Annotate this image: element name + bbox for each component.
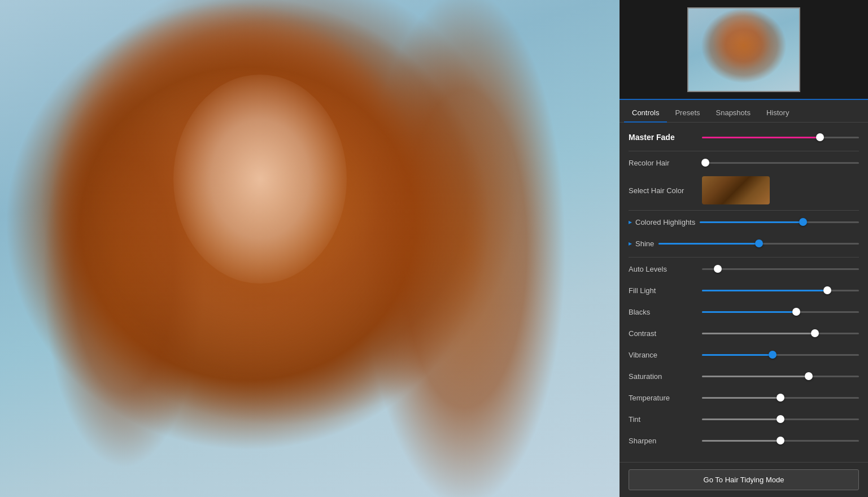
tab-presets[interactable]: Presets [667, 104, 708, 123]
recolor-hair-label: Recolor Hair [629, 159, 702, 167]
shine-chevron: ▸ [629, 239, 632, 247]
tab-controls[interactable]: Controls [624, 104, 667, 123]
tab-history[interactable]: History [758, 104, 797, 123]
tabs-bar: Controls Presets Snapshots History [620, 99, 868, 123]
select-hair-color-label: Select Hair Color [629, 186, 702, 195]
colored-highlights-chevron: ▸ [629, 218, 632, 226]
sharpen-row: Sharpen [629, 433, 859, 448]
recolor-hair-slider[interactable] [702, 162, 859, 164]
shine-section[interactable]: ▸ Shine [629, 239, 654, 248]
blacks-label: Blacks [629, 308, 702, 316]
tint-label: Tint [629, 415, 702, 424]
master-fade-slider[interactable] [702, 137, 859, 138]
shine-row: ▸ Shine [629, 236, 859, 251]
master-fade-row: Master Fade [629, 129, 859, 145]
sharpen-label: Sharpen [629, 437, 702, 445]
vibrance-label: Vibrance [629, 351, 702, 359]
saturation-row: Saturation [629, 368, 859, 384]
colored-highlights-section[interactable]: ▸ Colored Highlights [629, 218, 695, 226]
select-hair-color-row: Select Hair Color [629, 176, 859, 204]
right-panel: Controls Presets Snapshots History Maste… [620, 0, 868, 497]
recolor-hair-row: Recolor Hair [629, 155, 859, 171]
thumbnail-wrapper [687, 7, 800, 92]
divider-1 [629, 151, 859, 151]
bottom-bar: Go To Hair Tidying Mode [620, 462, 868, 497]
colored-highlights-label: Colored Highlights [635, 218, 695, 226]
vibrance-slider[interactable] [702, 354, 859, 356]
fill-light-row: Fill Light [629, 282, 859, 298]
fill-light-label: Fill Light [629, 286, 702, 295]
shine-slider[interactable] [658, 243, 859, 245]
temperature-label: Temperature [629, 394, 702, 402]
portrait-photo [0, 0, 620, 497]
blacks-slider[interactable] [702, 311, 859, 313]
contrast-row: Contrast [629, 325, 859, 341]
tint-slider[interactable] [702, 418, 859, 420]
tint-row: Tint [629, 411, 859, 427]
temperature-slider[interactable] [702, 397, 859, 399]
main-image-area [0, 0, 620, 497]
thumbnail-photo [688, 8, 799, 91]
auto-levels-label: Auto Levels [629, 265, 702, 273]
temperature-row: Temperature [629, 390, 859, 406]
auto-levels-slider[interactable] [702, 268, 859, 270]
auto-levels-row: Auto Levels [629, 261, 859, 277]
colored-highlights-slider[interactable] [700, 221, 859, 223]
contrast-label: Contrast [629, 329, 702, 338]
hair-color-swatch[interactable] [702, 176, 770, 204]
divider-3 [629, 257, 859, 258]
vibrance-row: Vibrance [629, 347, 859, 363]
controls-area: Master Fade Recolor Hair Select Hair Col… [620, 123, 868, 462]
saturation-label: Saturation [629, 372, 702, 381]
colored-highlights-row: ▸ Colored Highlights [629, 214, 859, 230]
sharpen-slider[interactable] [702, 440, 859, 442]
shine-label: Shine [635, 239, 654, 248]
fill-light-slider[interactable] [702, 290, 859, 291]
contrast-slider[interactable] [702, 333, 859, 334]
master-fade-label: Master Fade [629, 133, 702, 142]
divider-2 [629, 210, 859, 211]
hair-tidy-mode-button[interactable]: Go To Hair Tidying Mode [629, 469, 859, 490]
tab-snapshots[interactable]: Snapshots [708, 104, 758, 123]
blacks-row: Blacks [629, 304, 859, 320]
thumbnail-area [620, 0, 868, 99]
saturation-slider[interactable] [702, 376, 859, 377]
